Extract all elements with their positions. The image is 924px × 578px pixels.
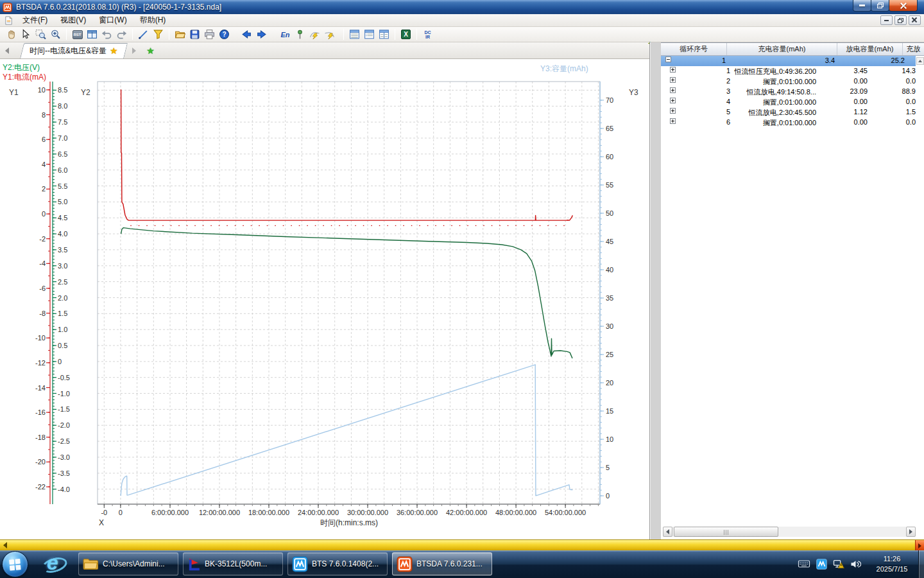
dcir-icon[interactable]: DCIR — [420, 28, 435, 42]
scroll-left-button[interactable] — [663, 527, 672, 537]
restore-button[interactable] — [871, 0, 889, 12]
mdi-restore-button[interactable] — [894, 15, 907, 25]
curve-flash-right-icon[interactable] — [322, 28, 337, 42]
scroll-right-button[interactable] — [906, 527, 916, 537]
volume-icon[interactable] — [850, 559, 861, 569]
expand-toggle[interactable] — [670, 108, 676, 114]
favorite-star-icon[interactable]: ★ — [110, 46, 118, 55]
svg-text:6: 6 — [42, 136, 46, 143]
zoom-region-icon[interactable] — [33, 28, 48, 42]
expand-toggle[interactable] — [670, 87, 676, 93]
title-bar: BTSDA 7.6.0.231(2018.08.10) (R3) - [2400… — [0, 0, 924, 14]
open-file-icon[interactable] — [173, 28, 187, 42]
step-row[interactable]: 2 搁置,0:01:00.000 0.00 0.0 — [661, 76, 924, 87]
mdi-window-controls — [878, 15, 921, 25]
panel-splitter[interactable] — [649, 42, 661, 539]
col-charge-capacity[interactable]: 充电容量(mAh) — [727, 43, 837, 55]
close-button[interactable] — [889, 0, 918, 12]
col-cycle-index[interactable]: 循环序号 — [661, 43, 727, 55]
draw-line-icon[interactable] — [136, 28, 151, 42]
tile-windows-icon[interactable] — [85, 28, 99, 42]
bts-app-icon — [292, 556, 308, 572]
redo-icon[interactable] — [114, 28, 129, 42]
app-scroll-right-button[interactable] — [915, 540, 924, 551]
main-area: 时间--电流&电压&容量 ★ ★+ Y2:电压(V) Y1:电流(mA) Y3:… — [0, 42, 924, 539]
app-horizontal-scrollbar[interactable] — [0, 539, 924, 550]
menu-help[interactable]: 帮助(H) — [133, 13, 173, 27]
mdi-close-icon — [912, 17, 918, 23]
menu-file[interactable]: 文件(F) — [16, 13, 54, 27]
svg-text:5: 5 — [606, 464, 610, 471]
bts-tray-icon[interactable] — [816, 559, 827, 570]
x-axis: -006:00:00.00012:00:00.00018:00:00.00024… — [98, 504, 600, 527]
expand-toggle[interactable] — [670, 98, 676, 103]
step-row[interactable]: 6 搁置,0:01:00.000 0.00 0.0 — [661, 118, 924, 128]
expand-toggle[interactable] — [670, 67, 676, 73]
svg-text:30:00:00.000: 30:00:00.000 — [347, 509, 388, 516]
table-horizontal-scrollbar[interactable] — [663, 527, 916, 537]
table-scroll-up-button[interactable] — [916, 57, 924, 65]
svg-text:2.5: 2.5 — [58, 278, 67, 286]
taskbar-clock[interactable]: 11:26 2025/7/15 — [868, 554, 916, 574]
language-en-icon[interactable]: En — [278, 28, 293, 42]
mdi-close-button[interactable] — [909, 15, 921, 25]
select-cursor-icon[interactable] — [19, 28, 33, 42]
svg-text:-3.0: -3.0 — [58, 453, 70, 461]
cycle-row-selected[interactable]: 1 3.4 25.2 — [661, 56, 916, 66]
tab-scroll-left-icon[interactable] — [3, 44, 12, 57]
taskbar-button-btsda[interactable]: BTSDA 7.6.0.231... — [392, 552, 492, 575]
step-row[interactable]: 5 恒流放电,2:30:45.500 1.12 1.5 — [661, 107, 924, 118]
svg-text:42:00:00.000: 42:00:00.000 — [446, 509, 487, 516]
next-page-icon[interactable] — [254, 28, 269, 42]
menu-view[interactable]: 视图(V) — [54, 13, 92, 27]
scroll-thumb[interactable] — [674, 527, 778, 537]
curve-flash-left-icon[interactable] — [307, 28, 322, 42]
keyboard-layout-icon[interactable] — [798, 559, 810, 568]
col-discharge-capacity[interactable]: 放电容量(mAh) — [837, 43, 903, 55]
expand-toggle[interactable] — [670, 118, 676, 124]
help-icon[interactable]: ? — [217, 28, 232, 42]
pin-marker-icon[interactable] — [293, 28, 307, 42]
svg-text:50: 50 — [606, 209, 613, 217]
col-efficiency[interactable]: 充放 — [903, 43, 924, 55]
data-list-icon[interactable] — [347, 28, 362, 42]
app-scroll-left-button[interactable] — [1, 541, 9, 550]
data-layer-list-icon[interactable] — [377, 28, 391, 42]
show-desktop-button[interactable] — [918, 550, 924, 578]
taskbar-button-bk3512l[interactable]: BK-3512L(500m... — [183, 552, 283, 575]
filter-icon[interactable] — [151, 28, 166, 42]
svg-text:-14: -14 — [35, 384, 46, 392]
export-excel-icon[interactable]: X — [398, 28, 413, 42]
internet-explorer-icon[interactable]: e — [41, 552, 69, 577]
zoom-in-icon[interactable] — [48, 28, 63, 42]
data-detail-list-icon[interactable] — [362, 28, 377, 42]
pan-hand-icon[interactable] — [4, 28, 19, 42]
collapse-toggle[interactable] — [665, 57, 671, 62]
start-button[interactable] — [2, 551, 28, 577]
tab-time-current-voltage-capacity[interactable]: 时间--电流&电压&容量 ★ — [22, 43, 126, 58]
step-row[interactable]: 3 恒流放电,49:14:50.8... 23.09 88.9 — [661, 87, 924, 97]
svg-text:-1.0: -1.0 — [58, 390, 70, 398]
svg-text:48:00:00.000: 48:00:00.000 — [495, 509, 536, 516]
expand-toggle[interactable] — [670, 77, 676, 83]
undo-icon[interactable] — [99, 28, 114, 42]
add-favorite-icon[interactable]: ★+ — [146, 44, 155, 57]
taskbar-button-explorer[interactable]: C:\Users\Admini... — [78, 552, 178, 575]
step-row[interactable]: 1 恒流恒压充电,0:49:36.200 3.45 14.3 — [661, 66, 924, 76]
save-icon[interactable] — [187, 28, 202, 42]
minimize-button[interactable] — [853, 0, 871, 12]
svg-text:1.0: 1.0 — [58, 326, 67, 333]
print-icon[interactable] — [202, 28, 217, 42]
reset-view-icon[interactable]: RST — [70, 28, 85, 42]
app-icon — [3, 3, 12, 12]
taskbar-button-bts[interactable]: BTS 7.6.0.1408(2... — [287, 552, 388, 575]
step-row[interactable]: 4 搁置,0:01:00.000 0.00 0.0 — [661, 97, 924, 107]
svg-text:6.5: 6.5 — [58, 150, 67, 158]
menu-window[interactable]: 窗口(W) — [92, 13, 133, 27]
document-icon — [4, 15, 13, 26]
tab-scroll-right-icon[interactable] — [130, 44, 139, 57]
network-warning-icon[interactable] — [833, 559, 844, 569]
mdi-minimize-button[interactable] — [880, 15, 893, 25]
prev-page-icon[interactable] — [239, 28, 254, 42]
svg-text:7.5: 7.5 — [58, 118, 67, 126]
